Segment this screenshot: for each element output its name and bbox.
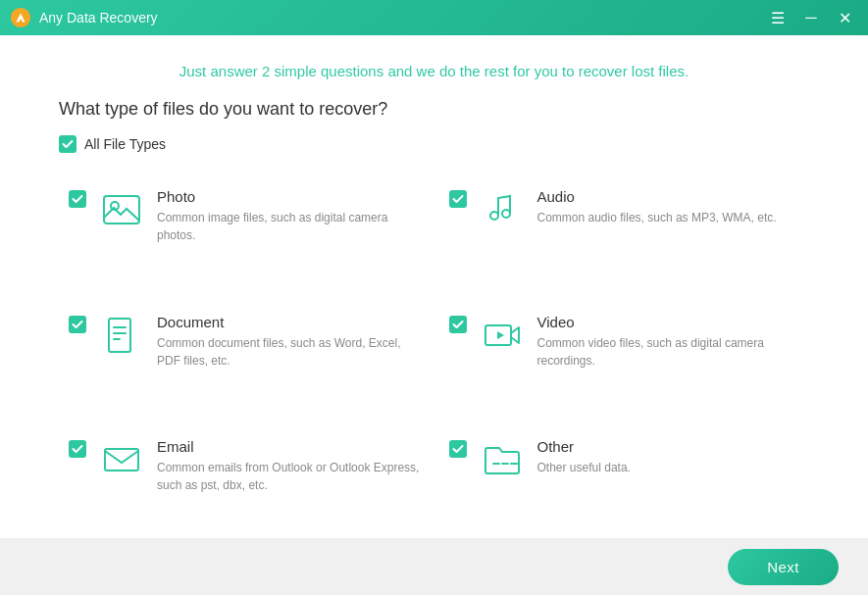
minimize-button[interactable]: ─ — [797, 4, 825, 31]
checkmark-icon — [452, 193, 464, 205]
checkmark-icon — [72, 193, 83, 205]
other-desc: Other useful data. — [537, 459, 800, 476]
audio-desc: Common audio files, such as MP3, WMA, et… — [537, 209, 800, 226]
app-title: Any Data Recovery — [39, 10, 158, 25]
app-logo — [10, 7, 31, 28]
file-type-audio: Audio Common audio files, such as MP3, W… — [439, 173, 810, 288]
video-checkbox[interactable] — [449, 316, 467, 333]
subtitle-text: Just answer 2 simple questions and we do… — [0, 35, 868, 99]
titlebar-left: Any Data Recovery — [10, 7, 158, 28]
file-type-photo: Photo Common image files, such as digita… — [59, 173, 430, 288]
section-title: What type of files do you want to recove… — [0, 99, 868, 120]
svg-marker-9 — [497, 331, 504, 339]
bottom-bar: Next — [0, 538, 868, 595]
next-button[interactable]: Next — [728, 549, 839, 585]
photo-desc: Common image files, such as digital came… — [157, 209, 420, 244]
titlebar: Any Data Recovery ☰ ─ ✕ — [0, 0, 868, 35]
svg-rect-1 — [104, 196, 139, 223]
checkmark-icon — [452, 319, 464, 330]
file-type-document: Document Common document files, such as … — [59, 298, 430, 414]
audio-name: Audio — [537, 188, 800, 205]
video-name: Video — [537, 314, 800, 330]
document-desc: Common document files, such as Word, Exc… — [157, 334, 420, 370]
menu-button[interactable]: ☰ — [764, 4, 791, 31]
email-icon — [100, 438, 143, 481]
video-icon — [481, 314, 524, 357]
email-checkbox[interactable] — [69, 440, 86, 458]
email-name: Email — [157, 438, 420, 455]
other-checkbox[interactable] — [449, 440, 467, 458]
all-file-types-label: All File Types — [84, 136, 166, 152]
checkmark-icon — [72, 443, 83, 455]
close-button[interactable]: ✕ — [831, 4, 858, 31]
video-desc: Common video files, such as digital came… — [537, 334, 800, 370]
photo-name: Photo — [157, 188, 420, 205]
checkmark-icon — [62, 138, 74, 150]
document-checkbox[interactable] — [69, 316, 86, 333]
file-type-other: Other Other useful data. — [439, 422, 810, 538]
checkmark-icon — [72, 319, 83, 330]
checkmark-icon — [452, 443, 464, 455]
titlebar-controls: ☰ ─ ✕ — [764, 4, 858, 31]
all-file-types-checkbox[interactable] — [59, 135, 77, 153]
other-icon — [481, 438, 524, 481]
document-icon — [100, 314, 143, 357]
file-type-email: Email Common emails from Outlook or Outl… — [59, 422, 430, 538]
audio-checkbox[interactable] — [449, 190, 467, 208]
svg-rect-3 — [109, 319, 130, 352]
audio-icon — [481, 188, 524, 231]
all-file-types-row: All File Types — [0, 135, 868, 153]
svg-rect-10 — [105, 449, 138, 471]
photo-icon — [100, 188, 143, 231]
document-name: Document — [157, 314, 420, 330]
email-desc: Common emails from Outlook or Outlook Ex… — [157, 459, 420, 494]
svg-marker-8 — [511, 327, 519, 343]
photo-checkbox[interactable] — [69, 190, 86, 208]
file-types-grid: Photo Common image files, such as digita… — [0, 173, 868, 538]
file-type-video: Video Common video files, such as digita… — [439, 298, 810, 414]
main-content: Just answer 2 simple questions and we do… — [0, 35, 868, 595]
other-name: Other — [537, 438, 800, 455]
